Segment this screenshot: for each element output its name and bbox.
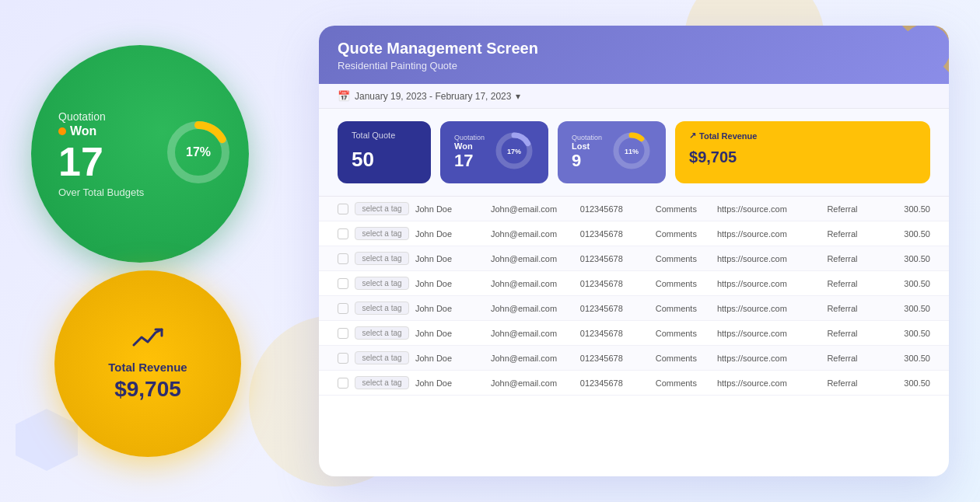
row-phone: 012345678 [580,229,649,239]
row-name: John Doe [415,204,485,214]
svg-text:17%: 17% [186,145,211,159]
revenue-label-stat: ↗ Total Revenue [689,131,757,141]
row-amount: 300.50 [889,279,930,288]
table-row[interactable]: select a tag John Doe John@email.com 012… [319,246,949,271]
row-email: John@email.com [491,304,574,313]
row-tag[interactable]: select a tag [355,277,409,290]
revenue-value-stat: $9,705 [689,148,737,166]
row-referral: Referral [827,378,882,388]
row-checkbox[interactable] [338,328,348,339]
lost-text: Quotation Lost 9 [572,134,602,171]
row-source: https://source.com [717,279,821,288]
row-name: John Doe [415,229,485,239]
trend-icon [132,326,163,356]
row-email: John@email.com [491,378,574,388]
row-comments: Comments [656,378,711,388]
row-referral: Referral [827,304,882,313]
svg-text:11%: 11% [625,148,639,155]
won-number-stat: 17 [454,151,485,171]
yellow-revenue-card: Total Revenue $9,705 [54,270,241,457]
main-container: Quotation Won 17 Over Total Budgets 17% [0,0,980,502]
won-dot [58,127,66,135]
row-amount: 300.50 [889,304,930,313]
row-referral: Referral [827,229,882,239]
row-source: https://source.com [717,354,821,363]
calendar-icon: 📅 [338,90,350,102]
row-source: https://source.com [717,304,821,313]
quotation-won-card: Quotation Won 17 17% [440,121,548,183]
row-email: John@email.com [491,329,574,338]
row-amount: 300.50 [889,254,930,263]
date-dropdown-icon[interactable]: ▾ [516,91,520,102]
total-quote-label: Total Quote [352,131,395,140]
table-row[interactable]: select a tag John Doe John@email.com 012… [319,221,949,246]
won-number: 17 [58,141,103,182]
quotation-label: Quotation [58,110,106,123]
row-checkbox[interactable] [338,353,348,364]
table-row[interactable]: select a tag John Doe John@email.com 012… [319,346,949,371]
row-tag[interactable]: select a tag [355,326,409,340]
row-tag[interactable]: select a tag [355,376,409,389]
row-amount: 300.50 [889,378,930,388]
row-source: https://source.com [717,204,821,214]
screen-mockup: Quote Management Screen Residential Pain… [319,26,949,476]
row-email: John@email.com [491,229,574,239]
row-tag[interactable]: select a tag [355,252,409,265]
row-checkbox[interactable] [338,303,348,314]
row-phone: 012345678 [580,304,649,313]
row-phone: 012345678 [580,279,649,288]
table-row[interactable]: select a tag John Doe John@email.com 012… [319,321,949,346]
row-tag[interactable]: select a tag [355,227,409,240]
row-phone: 012345678 [580,204,649,214]
row-checkbox[interactable] [338,378,348,389]
row-name: John Doe [415,378,485,388]
table-row[interactable]: select a tag John Doe John@email.com 012… [319,197,949,221]
table-area: select a tag John Doe John@email.com 012… [319,197,949,396]
revenue-trend-icon: ↗ [689,131,696,141]
row-name: John Doe [415,304,485,313]
table-row[interactable]: select a tag John Doe John@email.com 012… [319,296,949,321]
svg-text:17%: 17% [507,148,521,155]
row-referral: Referral [827,254,882,263]
row-email: John@email.com [491,254,574,263]
date-bar[interactable]: 📅 January 19, 2023 - February 17, 2023 ▾ [319,84,949,109]
screen-header: Quote Management Screen Residential Pain… [319,26,949,84]
row-phone: 012345678 [580,329,649,338]
row-name: John Doe [415,254,485,263]
over-budget-label: Over Total Budgets [58,187,144,198]
row-tag[interactable]: select a tag [355,351,409,364]
row-email: John@email.com [491,204,574,214]
row-email: John@email.com [491,279,574,288]
revenue-value: $9,705 [114,377,181,402]
won-w-label: Won [454,141,485,151]
row-source: https://source.com [717,229,821,239]
total-revenue-card: ↗ Total Revenue $9,705 [675,121,930,183]
revenue-label: Total Revenue [108,361,187,374]
row-referral: Referral [827,354,882,363]
won-text: Quotation Won 17 [454,134,485,171]
row-comments: Comments [656,254,711,263]
row-tag[interactable]: select a tag [355,302,409,315]
row-source: https://source.com [717,378,821,388]
won-q-label: Quotation [454,134,485,141]
lost-number-stat: 9 [572,151,602,171]
row-tag[interactable]: select a tag [355,202,409,215]
row-referral: Referral [827,279,882,288]
screen-subtitle: Residential Painting Quote [338,60,930,71]
row-phone: 012345678 [580,378,649,388]
left-panel: Quotation Won 17 Over Total Budgets 17% [31,45,296,457]
row-name: John Doe [415,279,485,288]
donut-chart: 17% [163,117,233,190]
row-checkbox[interactable] [338,228,348,239]
row-checkbox[interactable] [338,204,348,214]
won-label: Won [58,124,96,138]
table-row[interactable]: select a tag John Doe John@email.com 012… [319,271,949,296]
date-range: January 19, 2023 - February 17, 2023 [355,91,511,102]
table-row[interactable]: select a tag John Doe John@email.com 012… [319,371,949,396]
row-amount: 300.50 [889,204,930,214]
total-quote-card: Total Quote 50 [338,121,431,183]
row-referral: Referral [827,204,882,214]
row-checkbox[interactable] [338,278,348,289]
row-checkbox[interactable] [338,253,348,264]
row-phone: 012345678 [580,254,649,263]
